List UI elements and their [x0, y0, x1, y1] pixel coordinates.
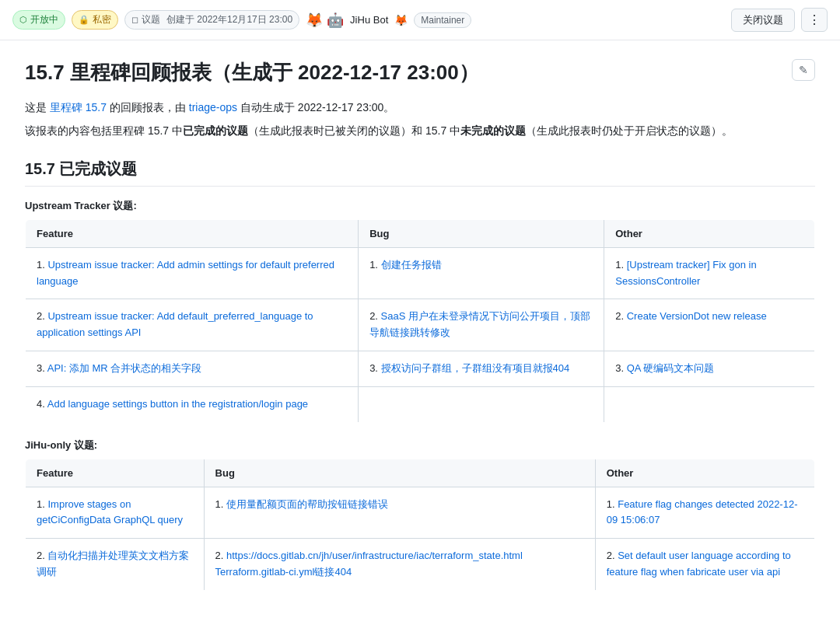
upstream-feature-4: 4. Add language settings button in the r…: [26, 386, 359, 422]
upstream-feature-link-4[interactable]: Add language settings button in the regi…: [47, 398, 308, 410]
avatar-bot: 🦊 🤖: [306, 12, 344, 29]
jihu-section-label: JiHu-only 议题:: [25, 438, 815, 452]
main-content: 15.7 里程碑回顾报表（生成于 2022-12-17 23:00） ✎ 这是 …: [0, 40, 840, 625]
bot-name: JiHu Bot: [350, 14, 388, 26]
jihu-other-2: 2. Set default user language according t…: [595, 539, 814, 591]
top-bar-actions: 关闭议题 ⋮: [731, 8, 828, 32]
issue-title-row: 15.7 里程碑回顾报表（生成于 2022-12-17 23:00） ✎: [25, 59, 815, 86]
upstream-feature-2: 2. Upstream issue tracker: Add default_p…: [26, 299, 359, 351]
issue-meta: 创建于 2022年12月17日 23:00: [166, 13, 292, 26]
milestone-link[interactable]: 里程碑 15.7: [50, 101, 107, 113]
jihu-other-link-2[interactable]: Set default user language according to f…: [607, 550, 791, 578]
jihu-bug-link-2[interactable]: https://docs.gitlab.cn/jh/user/infrastru…: [215, 550, 523, 578]
private-badge: 🔒 私密: [72, 10, 118, 30]
table-row: 2. 自动化扫描并处理英文文档方案调研 2. https://docs.gitl…: [26, 539, 815, 591]
top-bar: ⬡ 开放中 🔒 私密 ◻ 议题 创建于 2022年12月17日 23:00 🦊 …: [0, 0, 840, 40]
completed-section-title: 15.7 已完成议题: [25, 159, 815, 187]
jihu-col-feature: Feature: [26, 459, 205, 487]
upstream-bug-2: 2. SaaS 用户在未登录情况下访问公开项目，顶部导航链接跳转修改: [359, 299, 604, 351]
table-row: 1. Improve stages on getCiConfigData Gra…: [26, 487, 815, 539]
maintainer-badge: Maintainer: [414, 12, 471, 28]
issue-title: 15.7 里程碑回顾报表（生成于 2022-12-17 23:00）: [25, 59, 792, 86]
jihu-table: Feature Bug Other 1. Improve stages on g…: [25, 459, 815, 591]
table-row: 1. Upstream issue tracker: Add admin set…: [26, 247, 815, 299]
upstream-bug-1: 1. 创建任务报错: [359, 247, 604, 299]
upstream-bug-link-2[interactable]: SaaS 用户在未登录情况下访问公开项目，顶部导航链接跳转修改: [369, 310, 590, 338]
upstream-col-feature: Feature: [26, 219, 359, 247]
jihu-other-link-1[interactable]: Feature flag changes detected 2022-12-09…: [607, 498, 798, 526]
upstream-feature-link-1[interactable]: Upstream issue tracker: Add admin settin…: [37, 259, 334, 287]
jihu-feature-link-1[interactable]: Improve stages on getCiConfigData GraphQ…: [37, 498, 183, 526]
upstream-other-4-empty: [604, 386, 815, 422]
description-2: 该报表的内容包括里程碑 15.7 中已完成的议题（生成此报表时已被关闭的议题）和…: [25, 122, 815, 139]
upstream-bug-link-3[interactable]: 授权访问子群组，子群组没有项目就报404: [381, 362, 570, 374]
upstream-other-3: 3. QA 硬编码文本问题: [604, 351, 815, 386]
upstream-other-link-3[interactable]: QA 硬编码文本问题: [627, 362, 715, 374]
lock-icon: 🔒: [79, 15, 89, 25]
jihu-feature-link-2[interactable]: 自动化扫描并处理英文文档方案调研: [37, 550, 189, 578]
table-row: 3. API: 添加 MR 合并状态的相关字段 3. 授权访问子群组，子群组没有…: [26, 351, 815, 386]
upstream-feature-link-2[interactable]: Upstream issue tracker: Add default_pref…: [37, 310, 313, 338]
jihu-feature-2: 2. 自动化扫描并处理英文文档方案调研: [26, 539, 205, 591]
upstream-bug-4-empty: [359, 386, 604, 422]
table-row: 4. Add language settings button in the r…: [26, 386, 815, 422]
more-options-button[interactable]: ⋮: [801, 8, 828, 32]
upstream-table: Feature Bug Other 1. Upstream issue trac…: [25, 219, 815, 423]
upstream-bug-link-1[interactable]: 创建任务报错: [381, 259, 442, 271]
private-badge-label: 私密: [93, 13, 111, 26]
jihu-col-other: Other: [595, 459, 814, 487]
description-1: 这是 里程碑 15.7 的回顾报表，由 triage-ops 自动生成于 202…: [25, 99, 815, 116]
upstream-col-other: Other: [604, 219, 815, 247]
upstream-bug-3: 3. 授权访问子群组，子群组没有项目就报404: [359, 351, 604, 386]
upstream-other-link-1[interactable]: [Upstream tracker] Fix gon in SessionsCo…: [615, 259, 756, 287]
issue-badge-label: 议题: [142, 13, 160, 26]
open-icon: ⬡: [19, 15, 27, 25]
upstream-other-2: 2. Create VersionDot new release: [604, 299, 815, 351]
upstream-other-1: 1. [Upstream tracker] Fix gon in Session…: [604, 247, 815, 299]
jihu-other-1: 1. Feature flag changes detected 2022-12…: [595, 487, 814, 539]
open-badge: ⬡ 开放中: [12, 10, 65, 30]
jihu-bug-1: 1. 使用量配额页面的帮助按钮链接错误: [204, 487, 595, 539]
close-issue-button[interactable]: 关闭议题: [731, 9, 795, 32]
edit-title-button[interactable]: ✎: [792, 59, 815, 81]
jihu-col-bug: Bug: [204, 459, 595, 487]
upstream-other-link-2[interactable]: Create VersionDot new release: [627, 310, 767, 322]
upstream-col-bug: Bug: [359, 219, 604, 247]
jihu-bug-link-1[interactable]: 使用量配额页面的帮助按钮链接错误: [226, 498, 388, 510]
open-badge-label: 开放中: [30, 13, 58, 26]
upstream-feature-1: 1. Upstream issue tracker: Add admin set…: [26, 247, 359, 299]
upstream-feature-link-3[interactable]: API: 添加 MR 合并状态的相关字段: [47, 362, 202, 374]
triage-ops-link[interactable]: triage-ops: [189, 101, 237, 113]
table-row: 2. Upstream issue tracker: Add default_p…: [26, 299, 815, 351]
page-container: ⬡ 开放中 🔒 私密 ◻ 议题 创建于 2022年12月17日 23:00 🦊 …: [0, 0, 840, 625]
issue-icon: ◻: [131, 15, 138, 25]
jihu-bug-2: 2. https://docs.gitlab.cn/jh/user/infras…: [204, 539, 595, 591]
upstream-feature-3: 3. API: 添加 MR 合并状态的相关字段: [26, 351, 359, 386]
upstream-section-label: Upstream Tracker 议题:: [25, 199, 815, 213]
avatar-bot2: 🦊: [394, 14, 408, 26]
issue-badge: ◻ 议题 创建于 2022年12月17日 23:00: [124, 10, 299, 30]
jihu-feature-1: 1. Improve stages on getCiConfigData Gra…: [26, 487, 205, 539]
